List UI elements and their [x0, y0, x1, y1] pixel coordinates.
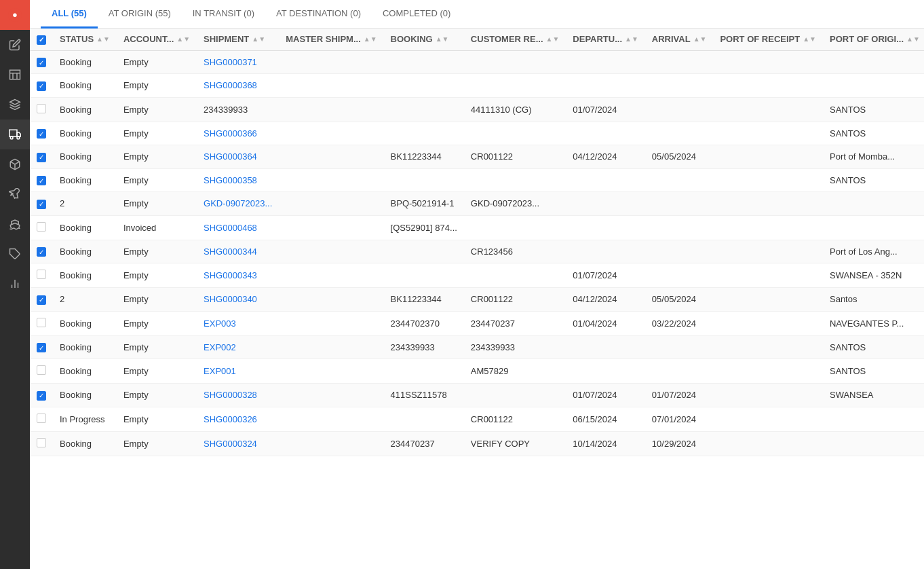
tab-in-transit[interactable]: IN TRANSIT (0): [182, 0, 265, 29]
cell-arrival: [645, 192, 714, 216]
tab-at-origin[interactable]: AT ORIGIN (55): [98, 0, 182, 29]
header-port-of-origin[interactable]: PORT OF ORIGI...▲▼: [823, 29, 924, 50]
cell-shipment[interactable]: SHG0000468: [197, 215, 279, 240]
cell-booking: BPQ-5021914-1: [384, 192, 464, 216]
cell-account: Empty: [117, 192, 197, 216]
sidebar-item-chart[interactable]: [0, 269, 30, 299]
cell-departure: [566, 215, 645, 240]
cell-status: Booking: [53, 431, 117, 456]
row-checkbox[interactable]: ✓: [37, 391, 46, 401]
shipment-link[interactable]: EXP002: [204, 342, 236, 352]
shipment-link[interactable]: SHG0000328: [204, 390, 257, 400]
cell-customer-ref: [464, 168, 566, 192]
table-row: ✓2EmptySHG0000340BK11223344CR00112204/12…: [30, 288, 924, 312]
sort-icon-account: ▲▼: [176, 35, 190, 43]
row-checkbox-cell: ✓: [30, 168, 53, 192]
tab-completed[interactable]: COMPLETED (0): [372, 0, 461, 29]
shipment-link[interactable]: SHG0000344: [204, 246, 257, 257]
shipment-link[interactable]: SHG0000324: [204, 439, 257, 449]
cell-departure: [566, 240, 645, 263]
header-shipment[interactable]: SHIPMENT▲▼: [197, 29, 279, 50]
header-port-of-receipt[interactable]: PORT OF RECEIPT▲▼: [713, 29, 823, 50]
row-checkbox[interactable]: ✓: [37, 200, 46, 209]
header-arrival[interactable]: ARRIVAL▲▼: [645, 29, 714, 50]
shipment-link[interactable]: SHG0000340: [204, 294, 257, 304]
shipment-link[interactable]: EXP003: [204, 318, 236, 329]
cell-master-shipment: [279, 384, 383, 407]
shipment-link[interactable]: EXP001: [204, 366, 236, 376]
row-checkbox[interactable]: ✓: [37, 58, 46, 67]
cell-shipment[interactable]: SHG0000364: [197, 145, 279, 169]
sidebar-item-box[interactable]: [0, 149, 30, 179]
row-checkbox[interactable]: ✓: [37, 343, 46, 352]
cell-shipment[interactable]: SHG0000358: [197, 168, 279, 192]
sidebar-item-tag[interactable]: [0, 239, 30, 269]
sidebar-item-building[interactable]: [0, 60, 30, 90]
shipment-link[interactable]: SHG0000364: [204, 151, 257, 162]
cell-arrival: [645, 215, 714, 240]
cell-customer-ref: 234470237: [464, 311, 566, 335]
shipment-link[interactable]: SHG0000326: [204, 414, 257, 424]
tab-all[interactable]: ALL (55): [41, 0, 98, 29]
shipment-link[interactable]: SHG0000366: [204, 128, 257, 139]
cell-arrival: [645, 50, 714, 74]
cell-shipment[interactable]: SHG0000340: [197, 288, 279, 312]
row-checkbox[interactable]: ✓: [37, 247, 46, 257]
cell-shipment[interactable]: SHG0000371: [197, 50, 279, 74]
cell-account: Empty: [117, 335, 197, 359]
header-departure[interactable]: DEPARTU...▲▼: [566, 29, 645, 50]
shipment-link[interactable]: GKD-09072023...: [204, 198, 272, 208]
cell-customer-ref: VERIFY COPY: [464, 431, 566, 456]
cell-departure: 06/15/2024: [566, 407, 645, 431]
cell-booking: [QS52901] 874...: [384, 215, 464, 240]
row-checkbox[interactable]: [37, 438, 46, 447]
cell-master-shipment: [279, 145, 383, 169]
svg-rect-2: [10, 70, 20, 79]
row-checkbox[interactable]: ✓: [37, 176, 46, 185]
row-checkbox[interactable]: ✓: [37, 153, 46, 162]
sidebar-item-layers[interactable]: [0, 90, 30, 120]
shipment-link[interactable]: SHG0000371: [204, 57, 257, 67]
select-all-checkbox[interactable]: ✓: [37, 35, 46, 45]
row-checkbox[interactable]: [37, 318, 46, 327]
row-checkbox[interactable]: ✓: [37, 129, 46, 139]
tab-at-destination[interactable]: AT DESTINATION (0): [265, 0, 372, 29]
row-checkbox[interactable]: [37, 414, 46, 423]
app-logo[interactable]: ●: [0, 0, 30, 30]
cell-shipment[interactable]: SHG0000326: [197, 407, 279, 431]
row-checkbox[interactable]: [37, 222, 46, 232]
cell-shipment[interactable]: SHG0000324: [197, 431, 279, 456]
row-checkbox[interactable]: [37, 270, 46, 279]
cell-shipment[interactable]: EXP002: [197, 335, 279, 359]
cell-arrival: [645, 240, 714, 263]
sidebar-item-plane[interactable]: [0, 179, 30, 209]
shipment-link[interactable]: SHG0000343: [204, 270, 257, 280]
row-checkbox[interactable]: ✓: [37, 295, 46, 305]
cell-shipment[interactable]: SHG0000368: [197, 74, 279, 98]
cell-shipment[interactable]: EXP001: [197, 359, 279, 384]
cell-shipment[interactable]: SHG0000344: [197, 240, 279, 263]
header-master-shipment[interactable]: MASTER SHIPM...▲▼: [279, 29, 383, 50]
shipment-link[interactable]: SHG0000468: [204, 223, 257, 233]
sidebar-item-ship[interactable]: [0, 209, 30, 239]
shipment-link[interactable]: SHG0000358: [204, 175, 257, 185]
sidebar-item-edit[interactable]: [0, 30, 30, 60]
row-checkbox[interactable]: ✓: [37, 81, 46, 91]
header-status[interactable]: STATUS▲▼: [53, 29, 117, 50]
cell-shipment[interactable]: GKD-09072023...: [197, 192, 279, 216]
cell-shipment[interactable]: EXP003: [197, 311, 279, 335]
sidebar-item-truck[interactable]: [0, 120, 30, 149]
header-account[interactable]: ACCOUNT...▲▼: [117, 29, 197, 50]
row-checkbox[interactable]: [37, 104, 46, 113]
header-booking[interactable]: BOOKING▲▼: [384, 29, 464, 50]
cell-departure: [566, 335, 645, 359]
cell-shipment[interactable]: SHG0000328: [197, 384, 279, 407]
cell-shipment[interactable]: SHG0000343: [197, 263, 279, 288]
cell-booking: 234339933: [384, 335, 464, 359]
shipment-link[interactable]: SHG0000368: [204, 80, 257, 90]
cell-port-of-receipt: [713, 74, 823, 98]
row-checkbox[interactable]: [37, 365, 46, 375]
header-customer-ref[interactable]: CUSTOMER RE...▲▼: [464, 29, 566, 50]
cell-shipment[interactable]: SHG0000366: [197, 122, 279, 145]
cell-arrival: 01/07/2024: [645, 384, 714, 407]
